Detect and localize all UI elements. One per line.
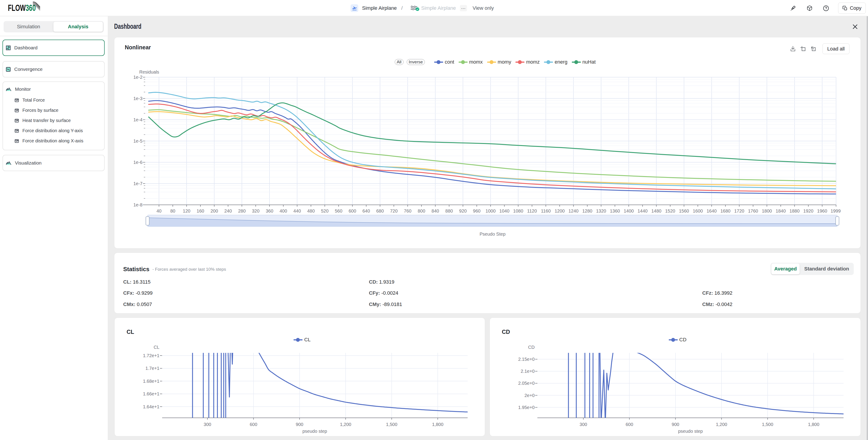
svg-text:1.68e+1: 1.68e+1: [143, 379, 159, 384]
svg-text:900: 900: [296, 422, 303, 427]
svg-text:1999: 1999: [831, 209, 841, 214]
svg-text:1e-7: 1e-7: [133, 181, 143, 186]
svg-text:80: 80: [170, 209, 175, 214]
svg-text:1e-6: 1e-6: [133, 160, 143, 165]
svg-text:1,800: 1,800: [432, 422, 443, 427]
svg-text:pseudo step: pseudo step: [678, 429, 703, 434]
svg-text:600: 600: [626, 422, 633, 427]
svg-text:1e-2: 1e-2: [133, 75, 143, 80]
svg-text:1e-5: 1e-5: [133, 138, 143, 144]
svg-text:720: 720: [390, 209, 398, 214]
svg-text:1.66e+1: 1.66e+1: [143, 391, 159, 396]
svg-text:120: 120: [183, 209, 190, 214]
svg-text:520: 520: [321, 209, 329, 214]
svg-text:1520: 1520: [665, 209, 675, 214]
svg-text:CL: CL: [154, 345, 159, 350]
svg-text:1280: 1280: [582, 209, 592, 214]
svg-text:1200: 1200: [555, 209, 565, 214]
svg-text:840: 840: [432, 209, 439, 214]
svg-text:1.95e+0: 1.95e+0: [518, 405, 535, 410]
svg-text:2e+0: 2e+0: [524, 393, 535, 398]
svg-text:1,200: 1,200: [716, 422, 727, 427]
svg-text:1.64e+1: 1.64e+1: [143, 404, 159, 409]
svg-text:1800: 1800: [762, 209, 772, 214]
svg-text:1920: 1920: [803, 209, 813, 214]
svg-text:1,800: 1,800: [808, 422, 819, 427]
svg-text:1240: 1240: [568, 209, 579, 214]
svg-text:1600: 1600: [693, 209, 703, 214]
svg-text:760: 760: [404, 209, 411, 214]
svg-text:1760: 1760: [748, 209, 758, 214]
svg-text:280: 280: [238, 209, 246, 214]
svg-text:1440: 1440: [638, 209, 648, 214]
svg-text:1.7e+1: 1.7e+1: [145, 366, 159, 371]
svg-text:300: 300: [580, 422, 587, 427]
svg-text:880: 880: [445, 209, 453, 214]
svg-text:1360: 1360: [610, 209, 620, 214]
svg-text:1160: 1160: [541, 209, 551, 214]
svg-text:1000: 1000: [486, 209, 496, 214]
svg-text:360: 360: [266, 209, 273, 214]
svg-text:1,200: 1,200: [340, 422, 351, 427]
svg-text:CD: CD: [528, 345, 535, 350]
svg-text:1320: 1320: [596, 209, 606, 214]
svg-text:Pseudo Step: Pseudo Step: [479, 231, 506, 237]
svg-text:1640: 1640: [707, 209, 717, 214]
svg-text:1480: 1480: [651, 209, 661, 214]
svg-text:1e-3: 1e-3: [133, 96, 143, 101]
svg-text:1080: 1080: [513, 209, 523, 214]
svg-text:1400: 1400: [624, 209, 634, 214]
svg-text:2.1e+0: 2.1e+0: [521, 369, 535, 374]
svg-text:960: 960: [473, 209, 480, 214]
svg-text:560: 560: [335, 209, 342, 214]
svg-text:1.72e+1: 1.72e+1: [143, 353, 159, 358]
svg-text:800: 800: [418, 209, 425, 214]
svg-text:1e-8: 1e-8: [133, 202, 143, 207]
svg-text:920: 920: [459, 209, 467, 214]
svg-text:400: 400: [279, 209, 287, 214]
svg-text:640: 640: [363, 209, 370, 214]
svg-text:320: 320: [252, 209, 259, 214]
svg-text:1720: 1720: [734, 209, 744, 214]
svg-text:300: 300: [204, 422, 211, 427]
svg-text:680: 680: [376, 209, 384, 214]
svg-text:Residuals: Residuals: [139, 69, 159, 74]
svg-text:440: 440: [293, 209, 301, 214]
svg-text:1120: 1120: [527, 209, 537, 214]
svg-text:200: 200: [210, 209, 218, 214]
svg-text:40: 40: [156, 209, 161, 214]
svg-text:600: 600: [250, 422, 257, 427]
svg-text:1040: 1040: [499, 209, 509, 214]
svg-text:pseudo step: pseudo step: [303, 429, 327, 434]
svg-text:240: 240: [224, 209, 232, 214]
svg-text:1e-4: 1e-4: [133, 117, 143, 122]
svg-text:1560: 1560: [679, 209, 689, 214]
svg-text:900: 900: [672, 422, 679, 427]
svg-text:1680: 1680: [720, 209, 731, 214]
svg-text:480: 480: [307, 209, 314, 214]
svg-text:1,500: 1,500: [762, 422, 773, 427]
svg-text:2.05e+0: 2.05e+0: [518, 381, 535, 386]
svg-text:1,500: 1,500: [386, 422, 397, 427]
svg-text:1880: 1880: [789, 209, 800, 214]
svg-text:1840: 1840: [776, 209, 786, 214]
svg-text:600: 600: [349, 209, 356, 214]
svg-text:160: 160: [196, 209, 204, 214]
svg-text:1960: 1960: [817, 209, 827, 214]
svg-text:2.15e+0: 2.15e+0: [518, 357, 535, 362]
